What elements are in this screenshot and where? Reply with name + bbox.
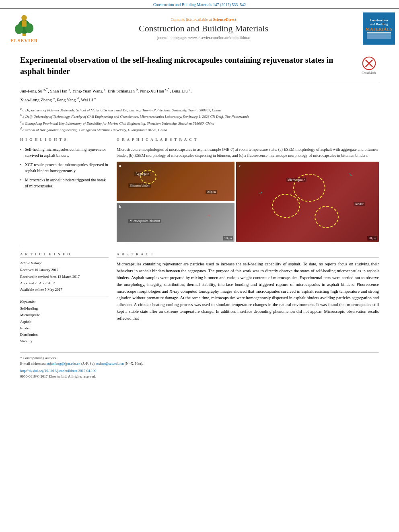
keyword-2: Microcapsule	[20, 312, 109, 318]
footnote-section: * Corresponding authors. E-mail addresse…	[20, 352, 379, 378]
affiliation-a: a a Department of Polymer Materials, Sch…	[20, 107, 379, 113]
elsevier-logo: ELSEVIER	[4, 14, 44, 44]
sciencedirect-name: ScienceDirect	[213, 17, 236, 22]
bitumen-annotation: Bitumen binder	[128, 183, 151, 188]
highlights-column: H I G H L I G H T S Self-healing microca…	[20, 138, 109, 242]
dashed-overlay-a	[140, 170, 156, 184]
scale-a: 200μm	[206, 190, 217, 194]
abstract-text: Microcapsules containing rejuvenator are…	[117, 261, 379, 322]
teal-arrow-2: →	[257, 189, 265, 197]
abstract-heading: A B S T R A C T	[117, 252, 379, 258]
journal-cover-image: Construction and Building MATERIALS	[363, 12, 395, 45]
svg-rect-5	[22, 21, 27, 27]
available-date: Available online 5 May 2017	[20, 286, 109, 293]
image-b-label: b	[119, 204, 121, 209]
cover-text-line2: and Building	[370, 23, 388, 27]
graphical-images: a Aggregate Bitumen binder 200μm b Micro…	[117, 162, 379, 242]
scale-c: 20μm	[367, 236, 377, 240]
crossmark-badge: CrossMark	[359, 56, 379, 75]
keywords-section: Keywords: Self-healing Microcapsule Asph…	[20, 300, 109, 344]
keyword-1: Self-healing	[20, 305, 109, 312]
article-info-abstract-section: A R T I C L E I N F O Article history: R…	[20, 252, 379, 344]
highlights-list: Self-healing microcapsules containing re…	[20, 146, 109, 189]
keywords-list: Self-healing Microcapsule Asphalt Binder…	[20, 305, 109, 344]
keyword-4: Binder	[20, 325, 109, 331]
affiliation-b: b b Delft University of Technology, Facu…	[20, 113, 379, 119]
cover-text-line1: Construction	[370, 18, 388, 23]
revised-date: Received in revised form 13 March 2017	[20, 273, 109, 280]
main-content: Experimental observation of the self-hea…	[0, 48, 399, 384]
abstract-column: A B S T R A C T Microcapsules containing…	[117, 252, 379, 344]
teal-arrow-1: →	[346, 170, 355, 179]
binder-text-c: Binder	[354, 202, 365, 206]
cover-materials-text: MATERIALS	[366, 27, 392, 31]
image-c-label: c	[239, 163, 240, 168]
article-title: Experimental observation of the self-hea…	[20, 54, 359, 77]
article-info-heading: A R T I C L E I N F O	[20, 252, 109, 258]
email1-link[interactable]: sujunfeng@tjpu.edu.cn	[47, 362, 80, 366]
elsevier-tree-icon	[10, 14, 38, 38]
microcapsule-text-c: Microcapsule	[286, 178, 306, 182]
image-b: b Microcapsules-bitumen → 50μm	[117, 203, 234, 242]
keyword-6: Stability	[20, 338, 109, 344]
accepted-date: Accepted 25 April 2017	[20, 280, 109, 286]
copyright-line: 0950-0618/© 2017 Elsevier Ltd. All right…	[20, 374, 379, 378]
sciencedirect-line: Contents lists available at ScienceDirec…	[48, 17, 359, 22]
journal-header: ELSEVIER Contents lists available at Sci…	[0, 8, 399, 48]
affiliation-c: c c Guangdong Provincial Key Laboratory …	[20, 120, 379, 126]
authors-text: Jun-Feng Su a,*, Shan Han a, Ying-Yuan W…	[20, 88, 191, 102]
email2-author: (N.-X. Han).	[125, 362, 143, 366]
doi-line: http://dx.doi.org/10.1016/j.conbuildmat.…	[20, 369, 379, 373]
red-arrow-icon: →	[206, 213, 211, 219]
highlight-item-2: XCT results proved that microcapsules di…	[20, 162, 109, 174]
graphical-abstract-heading: G R A P H I C A L A B S T R A C T	[117, 138, 379, 143]
email-line: E-mail addresses: sujunfeng@tjpu.edu.cn …	[20, 362, 379, 366]
received-date: Received 10 January 2017	[20, 267, 109, 273]
citation-text: Construction and Building Materials 147 …	[153, 2, 246, 7]
elsevier-wordmark: ELSEVIER	[10, 38, 38, 44]
article-info-divider	[20, 296, 109, 296]
image-a: a Aggregate Bitumen binder 200μm	[117, 162, 234, 201]
journal-title: Construction and Building Materials	[48, 23, 359, 34]
crossmark-label: CrossMark	[362, 71, 376, 75]
svg-point-4	[21, 15, 27, 21]
image-a-label: a	[119, 163, 121, 168]
section-divider	[20, 247, 379, 247]
graphical-abstract-column: G R A P H I C A L A B S T R A C T Micros…	[117, 138, 379, 242]
article-info-column: A R T I C L E I N F O Article history: R…	[20, 252, 109, 344]
highlight-item-1: Self-healing microcapsules containing re…	[20, 146, 109, 158]
email2-link[interactable]: nxhan@szu.edu.cn	[97, 362, 124, 366]
keywords-title: Keywords:	[20, 300, 109, 304]
scale-b: 50μm	[223, 236, 233, 240]
journal-header-center: Contents lists available at ScienceDirec…	[48, 17, 359, 40]
top-citation-bar: Construction and Building Materials 147 …	[0, 0, 399, 8]
keyword-5: Distribution	[20, 331, 109, 338]
article-history-title: Article history:	[20, 261, 109, 265]
doi-link[interactable]: http://dx.doi.org/10.1016/j.conbuildmat.…	[20, 369, 97, 373]
article-history: Received 10 January 2017 Received in rev…	[20, 267, 109, 293]
corresponding-note: * Corresponding authors.	[20, 356, 379, 360]
journal-url: journal homepage: www.elsevier.com/locat…	[48, 35, 359, 40]
keyword-3: Asphalt	[20, 318, 109, 325]
image-c: c → → Microcapsule Binder 20μm	[236, 162, 379, 242]
crossmark-icon	[362, 56, 376, 70]
microcapsule-circle-3	[315, 206, 339, 228]
highlight-item-3: Microcracks in asphalt binders triggered…	[20, 177, 109, 189]
image-left-column: a Aggregate Bitumen binder 200μm b Micro…	[117, 162, 234, 242]
highlights-graphical-section: H I G H L I G H T S Self-healing microca…	[20, 138, 379, 242]
graphical-abstract-text: Microstructure morphologies of microcaps…	[117, 146, 379, 158]
microcapsules-annotation: Microcapsules-bitumen	[128, 219, 161, 223]
highlights-heading: H I G H L I G H T S	[20, 138, 109, 143]
email1-author: (J.-F. Su),	[81, 362, 95, 366]
authors-section: Jun-Feng Su a,*, Shan Han a, Ying-Yuan W…	[20, 86, 379, 104]
email-label: E-mail addresses:	[20, 362, 46, 366]
article-title-section: Experimental observation of the self-hea…	[20, 54, 379, 81]
microcapsule-circle-2	[272, 194, 300, 218]
affiliations-section: a a Department of Polymer Materials, Sch…	[20, 107, 379, 133]
affiliation-d: d d School of Navigational Engineering, …	[20, 126, 379, 133]
